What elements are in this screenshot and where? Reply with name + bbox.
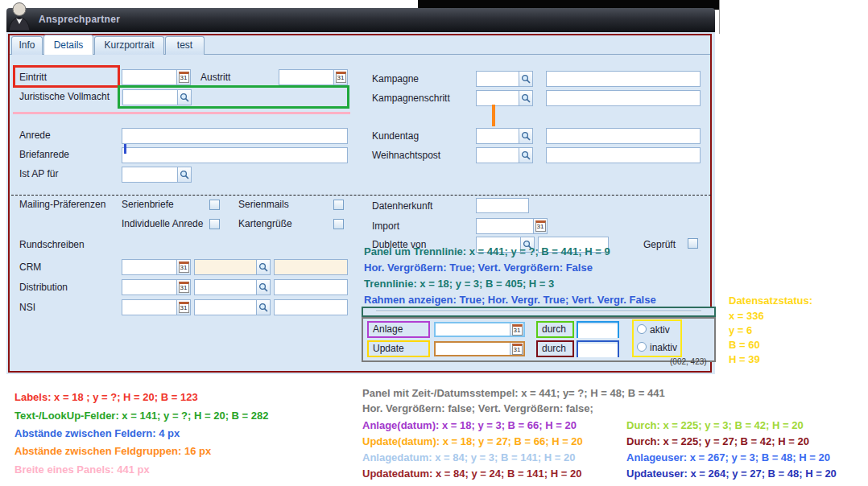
juristische-vollmacht-lookup-button[interactable] (177, 90, 191, 105)
crm-text-field (274, 259, 348, 275)
eintritt-label: Eintritt (19, 72, 47, 83)
anlagedatum-date-button[interactable]: 31 (510, 323, 523, 336)
crm-lookup (194, 259, 271, 275)
ist-ap-fuer-lookup-button[interactable] (177, 167, 191, 182)
serienmails-checkbox[interactable] (333, 200, 344, 210)
kampagne-lookup (476, 71, 533, 87)
annotation-panel-um-trennlinie: Panel um Trennlinie: x = 441; y = ?; B =… (364, 245, 610, 257)
annotation-updateuser: Updateuser: x = 264; y = 27; B = 48; H =… (626, 467, 837, 480)
kampagnenschritt-text-input[interactable] (547, 91, 700, 105)
nsi-lookup-button[interactable] (256, 300, 270, 315)
magnifier-icon (521, 150, 531, 160)
juristische-vollmacht-input[interactable] (123, 90, 177, 105)
update-label-highlight-yellow: Update (367, 340, 430, 357)
weihnachtspost-lookup-input[interactable] (477, 148, 519, 163)
kampagnenschritt-lookup (476, 90, 533, 106)
tab-info[interactable]: Info (11, 36, 43, 55)
durch-anlage-highlight-green: durch (536, 321, 574, 338)
kundentag-lookup-button[interactable] (519, 129, 532, 143)
tab-details[interactable]: Details (43, 35, 93, 55)
magnifier-icon (521, 74, 531, 84)
geprueft-checkbox[interactable] (688, 238, 698, 249)
austritt-datefield: 31 (279, 69, 348, 85)
weihnachtspost-text-input[interactable] (547, 148, 700, 163)
anrede-input[interactable] (122, 129, 347, 143)
updatedatum-date-button[interactable]: 31 (510, 343, 523, 355)
import-date-input[interactable] (477, 219, 533, 233)
distribution-date-button[interactable]: 31 (176, 280, 190, 294)
background-window-edge (719, 0, 720, 34)
durch-update-highlight-darkred: durch (536, 340, 574, 357)
anlagedatum-input[interactable] (436, 323, 510, 336)
distribution-lookup-button[interactable] (256, 280, 270, 294)
anlage-label-highlight-purple: Anlage (367, 321, 430, 338)
austritt-date-button[interactable]: 31 (333, 70, 347, 84)
juristische-vollmacht-label: Juristische Vollmacht (19, 91, 110, 102)
kampagnenschritt-lookup-input[interactable] (477, 91, 519, 105)
anlage-label: Anlage (369, 323, 428, 336)
kundentag-lookup-input[interactable] (477, 129, 519, 143)
screen: Ansprechpartner Info Details Kurzportrai… (0, 0, 868, 486)
nsi-date-input[interactable] (122, 300, 176, 315)
ist-ap-fuer-lookup (122, 167, 192, 183)
updateuser-input[interactable] (578, 344, 618, 357)
anlageuser-input[interactable] (578, 324, 618, 338)
kampagne-lookup-button[interactable] (519, 72, 532, 86)
update-label: Update (369, 342, 428, 355)
nsi-text-input[interactable] (275, 300, 347, 315)
annotation-datensatzstatus-title: Datensatzstatus: (729, 294, 812, 307)
kampagnenschritt-lookup-button[interactable] (519, 91, 532, 105)
austritt-input[interactable] (279, 70, 333, 84)
serienbriefe-checkbox[interactable] (209, 200, 220, 210)
eintritt-date-button[interactable]: 31 (176, 70, 190, 84)
datenherkunft-label: Datenherkunft (372, 200, 432, 212)
annotation-group-gap: Abstände zwischen Feldgruppen: 16 px (14, 445, 211, 457)
nsi-lookup-input[interactable] (195, 300, 256, 315)
crm-date-button[interactable]: 31 (176, 260, 190, 274)
distribution-lookup-input[interactable] (195, 280, 256, 294)
window-titlebar[interactable]: Ansprechpartner (6, 8, 715, 32)
kampagne-lookup-input[interactable] (477, 72, 519, 86)
kundentag-lookup (476, 128, 533, 144)
eintritt-input[interactable] (122, 70, 176, 84)
distribution-text-input[interactable] (275, 280, 347, 294)
individuelle-anrede-checkbox[interactable] (209, 219, 220, 229)
timestamp-panel-highlight-gray: Anlage 31 durch Update 31 durch aktiv (362, 317, 716, 362)
kampagnenschritt-text-field (546, 90, 701, 106)
kampagne-text-input[interactable] (547, 72, 700, 86)
aktiv-radio[interactable] (637, 324, 647, 334)
inaktiv-radio[interactable] (637, 342, 647, 352)
individuelle-anrede-label: Individuelle Anrede (122, 218, 203, 229)
crm-text-input[interactable] (275, 260, 347, 274)
updatedatum-input[interactable] (436, 343, 510, 355)
distribution-date-input[interactable] (122, 280, 176, 294)
datenherkunft-input[interactable] (477, 199, 528, 212)
briefanrede-input[interactable] (122, 148, 347, 163)
annotation-anlagedatum: Anlagedatum: x = 84; y = 3; B = 141; H =… (362, 451, 575, 463)
nsi-date-button[interactable]: 31 (176, 300, 190, 315)
annotation-fields-spec: Text-/LookUp-Felder: x = 141; y = ?; H =… (14, 410, 268, 422)
magnifier-icon (258, 282, 268, 292)
annotation-trennlinie: Trennlinie: x = 18; y = 3; B = 405; H = … (364, 278, 554, 290)
calendar-icon: 31 (512, 344, 523, 355)
aktiv-label: aktiv (650, 324, 670, 336)
crm-date-input[interactable] (122, 260, 176, 274)
rundschreiben-label: Rundschreiben (19, 239, 85, 250)
kundentag-text-input[interactable] (547, 129, 700, 143)
annotation-labels-spec: Labels: x = 18 ; y = ?; H = 20; B = 123 (14, 391, 198, 403)
updatedatum-datefield: 31 (434, 341, 525, 356)
ist-ap-fuer-label: Ist AP für (19, 168, 58, 179)
ist-ap-fuer-input[interactable] (122, 167, 177, 182)
weihnachtspost-lookup-button[interactable] (519, 148, 532, 163)
calendar-icon: 31 (179, 302, 189, 313)
crm-lookup-input[interactable] (195, 260, 256, 274)
crm-lookup-button[interactable] (256, 260, 270, 274)
tab-test[interactable]: test (165, 36, 205, 55)
kartengruesse-checkbox[interactable] (333, 219, 344, 229)
calendar-icon: 31 (179, 282, 189, 293)
distribution-lookup (194, 279, 271, 295)
window-title: Ansprechpartner (39, 14, 120, 25)
tab-kurzportrait[interactable]: Kurzportrait (94, 36, 164, 55)
import-date-button[interactable]: 31 (533, 219, 547, 233)
anrede-label: Anrede (19, 130, 51, 141)
